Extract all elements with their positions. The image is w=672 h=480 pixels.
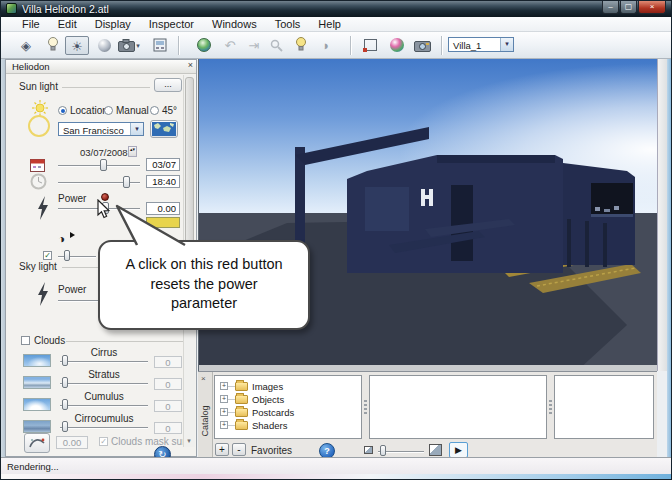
radio-manual-label: Manual xyxy=(116,105,149,116)
heliodon-tool-icon[interactable]: ☀ xyxy=(65,36,89,55)
wind-value-field[interactable] xyxy=(56,436,88,449)
thumbnail-size-small-icon[interactable] xyxy=(364,446,373,454)
cirrus-value-field[interactable] xyxy=(154,356,182,368)
sun-light-label: Sun light xyxy=(19,81,58,92)
radio-location[interactable] xyxy=(58,106,67,115)
pane-splitter[interactable] xyxy=(364,400,367,414)
heliodon-panel-title: Heliodon xyxy=(12,61,50,72)
frame-tool-icon[interactable] xyxy=(359,36,381,55)
camera-dropdown-arrow-icon[interactable]: ▾ xyxy=(133,36,143,55)
catalog-close-icon[interactable]: × xyxy=(201,374,206,383)
date-spinner-buttons[interactable]: ▴▾ xyxy=(128,146,137,157)
menu-display[interactable]: Display xyxy=(86,18,140,30)
expand-plus-icon[interactable]: + xyxy=(220,421,228,429)
menu-inspector[interactable]: Inspector xyxy=(140,18,203,30)
time-field[interactable] xyxy=(146,175,180,188)
contrast-tool-icon[interactable]: ◑ xyxy=(314,36,336,55)
cirrus-slider-track[interactable] xyxy=(60,361,148,363)
light-on-tool-icon[interactable] xyxy=(290,36,312,55)
undo-icon[interactable]: ↶ xyxy=(219,36,241,55)
time-slider-thumb[interactable] xyxy=(123,176,130,188)
view-selector-dropdown[interactable]: Villa_1 ▾ xyxy=(448,37,514,52)
globe-tool-icon[interactable] xyxy=(193,36,215,55)
window-bottom-border xyxy=(1,474,672,480)
search-tool-icon[interactable] xyxy=(265,36,287,55)
cirrus-thumbnail xyxy=(23,354,51,367)
date-slider-track[interactable] xyxy=(58,165,140,167)
scroll-down-icon[interactable]: ▾ xyxy=(184,436,194,446)
cirrocumulus-slider-thumb[interactable] xyxy=(62,421,68,432)
expand-plus-icon[interactable]: + xyxy=(220,408,228,416)
cumulus-thumbnail xyxy=(23,398,51,411)
clouds-checkbox[interactable] xyxy=(21,336,30,345)
tree-line xyxy=(228,412,235,413)
date-slider-thumb[interactable] xyxy=(100,159,107,171)
wind-button[interactable] xyxy=(24,433,50,453)
folder-icon xyxy=(235,408,248,417)
bulb-icon xyxy=(46,36,60,53)
thumbnail-size-large-icon[interactable] xyxy=(429,444,442,456)
spin-down-icon[interactable]: ▾ xyxy=(133,146,136,152)
play-button[interactable]: ▶ xyxy=(449,442,468,458)
radio-manual[interactable] xyxy=(104,106,113,115)
cumulus-slider-thumb[interactable] xyxy=(62,399,68,410)
sky-enable-checkbox[interactable]: ✓ xyxy=(43,251,52,260)
date-spinner-value[interactable]: 03/07/2008 xyxy=(80,147,128,158)
menu-file[interactable]: File xyxy=(13,18,49,30)
render-tool-icon[interactable] xyxy=(149,36,171,55)
date-field[interactable] xyxy=(146,158,180,171)
add-favorite-button[interactable]: + xyxy=(215,443,229,456)
menu-edit[interactable]: Edit xyxy=(49,18,86,30)
cumulus-slider-track[interactable] xyxy=(60,405,148,407)
insert-icon[interactable]: ⇥ xyxy=(243,36,265,55)
chevron-down-icon: ▾ xyxy=(130,123,143,135)
tree-label[interactable]: Objects xyxy=(252,394,284,405)
cumulus-value-field[interactable] xyxy=(154,400,182,412)
snapshot-tool-icon[interactable] xyxy=(411,36,433,55)
tree-item-shaders[interactable]: +Shaders xyxy=(220,419,287,431)
minimize-button[interactable]: – xyxy=(602,1,619,14)
menu-help[interactable]: Help xyxy=(309,18,350,30)
thumbnail-size-slider-thumb[interactable] xyxy=(380,445,386,456)
light-tool-icon[interactable] xyxy=(42,36,64,55)
stratus-slider-thumb[interactable] xyxy=(62,377,68,388)
menu-windows[interactable]: Windows xyxy=(203,18,266,30)
lightning-icon xyxy=(36,196,50,220)
stratus-slider-track[interactable] xyxy=(60,383,148,385)
expand-plus-icon[interactable]: + xyxy=(220,382,228,390)
expand-plus-icon[interactable]: + xyxy=(220,395,228,403)
tree-item-images[interactable]: +Images xyxy=(220,380,283,392)
cirrocumulus-value-field[interactable] xyxy=(154,422,182,434)
menu-tools[interactable]: Tools xyxy=(266,18,310,30)
tree-label[interactable]: Postcards xyxy=(252,407,294,418)
cirrus-slider-thumb[interactable] xyxy=(62,355,68,366)
radio-45deg[interactable] xyxy=(150,106,159,115)
pane-splitter[interactable] xyxy=(549,400,552,414)
remove-favorite-button[interactable]: - xyxy=(232,443,246,456)
sky-mini-slider-thumb[interactable] xyxy=(64,250,70,261)
world-map-button[interactable] xyxy=(150,120,178,138)
clock-icon xyxy=(30,173,47,190)
shaders-tool-icon[interactable]: ◈ xyxy=(15,36,37,55)
maximize-button[interactable]: ▢ xyxy=(620,1,637,14)
city-dropdown[interactable]: San Francisco ▾ xyxy=(58,122,144,136)
sun-more-button[interactable]: ... xyxy=(154,78,182,92)
catalog-tree-pane: +Images +Objects +Postcards +Shaders xyxy=(214,375,362,439)
clouds-mask-sun-checkbox[interactable]: ✓ xyxy=(99,437,108,446)
heliodon-panel-header[interactable]: Heliodon × xyxy=(6,60,196,74)
tree-label[interactable]: Images xyxy=(252,381,283,392)
catalog-tab[interactable]: × Catalog xyxy=(198,372,213,458)
cirrocumulus-slider-track[interactable] xyxy=(60,427,148,429)
tree-label[interactable]: Shaders xyxy=(252,420,287,431)
panel-close-icon[interactable]: × xyxy=(188,60,193,70)
selection-frame-icon xyxy=(364,39,377,51)
window-title: Villa Heliodon 2.atl xyxy=(22,3,109,15)
stratus-value-field[interactable] xyxy=(154,378,182,390)
cirrocumulus-thumbnail xyxy=(23,420,51,433)
tree-item-objects[interactable]: +Objects xyxy=(220,393,284,405)
close-button[interactable]: × xyxy=(638,1,666,14)
tree-item-postcards[interactable]: +Postcards xyxy=(220,406,294,418)
tree-line xyxy=(228,399,235,400)
materials-tool-icon[interactable] xyxy=(386,36,408,55)
objects-tool-icon[interactable] xyxy=(93,36,115,55)
